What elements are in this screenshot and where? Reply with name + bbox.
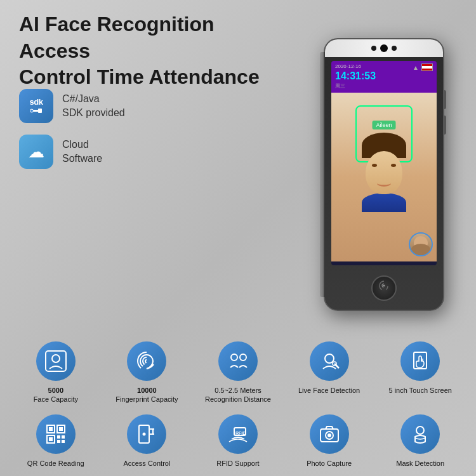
feature-icon-recognition <box>218 341 258 381</box>
feature-qr-code: QR Code Reading <box>13 409 99 468</box>
feature-photo-capture: Photo Capture <box>286 409 373 468</box>
feature-icon-face-capacity <box>36 341 76 381</box>
fingerprint-capacity-icon <box>135 350 158 373</box>
badges-area: sdk C#/Java SDK provided ☁ Cloud <box>19 89 125 169</box>
page-title: AI Face Recognition Access Control Time … <box>19 11 286 91</box>
touch-screen-icon <box>409 350 432 373</box>
mask-detection-icon <box>409 423 432 446</box>
title-line2: Control Time Attendance <box>19 65 260 88</box>
screen-weekday: 周三 <box>335 83 433 89</box>
feature-icon-camera <box>310 414 349 454</box>
wall-mount <box>320 52 325 297</box>
feature-icon-live-face <box>310 341 349 381</box>
svg-rect-20 <box>57 435 60 439</box>
cloud-icon: ☁ <box>19 135 53 169</box>
feature-icon-mask <box>400 414 440 454</box>
feature-live-face: Live Face Detection <box>286 336 373 404</box>
flag-icon <box>421 63 433 71</box>
device-top-bar <box>325 39 443 57</box>
sdk-badge-text: C#/Java SDK provided <box>62 92 125 121</box>
title-area: AI Face Recognition Access Control Time … <box>19 11 286 91</box>
access-control-icon <box>135 423 158 446</box>
person-name: Aileen <box>372 121 395 129</box>
device-body: 2020-12-16 14:31:53 周三 ▲ Aileen <box>324 38 444 311</box>
svg-point-28 <box>143 432 146 435</box>
face-oval <box>366 151 402 194</box>
feature-icon-touch <box>400 341 440 381</box>
body-graphic <box>362 193 406 212</box>
side-button-1 <box>443 90 446 109</box>
screen-face-area: Aileen <box>331 93 437 261</box>
svg-rect-23 <box>62 440 65 443</box>
feature-label-rfid: RFID Support <box>216 459 259 468</box>
title-line1: AI Face Recognition Access <box>19 13 215 62</box>
svg-rect-19 <box>49 437 53 441</box>
camera-dot-right <box>392 46 397 51</box>
feature-icon-qr <box>36 414 76 454</box>
fingerprint-svg-icon <box>376 281 392 296</box>
feature-label-mask: Mask Detection <box>396 459 444 468</box>
cloud-badge-text: Cloud Software <box>62 138 102 166</box>
eye-left <box>372 164 377 167</box>
feature-label-fingerprint: 10000Fingerprint Capacity <box>116 386 178 404</box>
svg-rect-15 <box>49 427 53 431</box>
face-graphic <box>355 142 413 212</box>
svg-point-5 <box>52 355 60 362</box>
mouth <box>377 180 391 187</box>
side-button-2 <box>443 116 446 135</box>
feature-label-access: Access Control <box>123 459 170 468</box>
cloud-subtitle: Software <box>62 152 102 166</box>
device-screen: 2020-12-16 14:31:53 周三 ▲ Aileen <box>331 61 437 265</box>
eye-right <box>391 164 396 167</box>
face-capacity-icon <box>44 350 67 373</box>
cloud-title: Cloud <box>62 138 102 152</box>
wrench-icon <box>29 107 43 116</box>
svg-rect-1 <box>38 109 42 113</box>
camera-dot-left <box>371 46 376 51</box>
feature-label-recognition: 0.5~2.5 MetersRecognition Distance <box>205 386 271 404</box>
feature-label-touch: 5 inch Touch Screen <box>388 386 451 395</box>
rfid-icon: RFID <box>227 423 249 446</box>
fingerprint-button[interactable] <box>371 275 397 301</box>
feature-fingerprint-capacity: 10000Fingerprint Capacity <box>104 336 190 404</box>
feature-label-live-face: Live Face Detection <box>298 386 360 395</box>
wifi-icon: ▲ <box>413 63 419 72</box>
sdk-badge: sdk C#/Java SDK provided <box>19 89 125 123</box>
feature-access-control: Access Control <box>104 409 190 468</box>
feature-label-qr: QR Code Reading <box>27 459 84 468</box>
mini-face-thumbnail <box>409 232 433 256</box>
features-grid: 5000Face Capacity 10000Fingerprint Capac… <box>13 336 463 463</box>
camera-dot-center <box>380 44 388 52</box>
svg-point-3 <box>383 285 385 287</box>
feature-icon-fingerprint <box>127 341 166 381</box>
svg-rect-17 <box>59 427 63 431</box>
qr-code-icon <box>44 423 67 446</box>
sdk-subtitle: SDK provided <box>62 106 125 120</box>
feature-touch-screen: 5 inch Touch Screen <box>377 336 463 404</box>
screen-time-bar: 2020-12-16 14:31:53 周三 ▲ <box>331 61 437 93</box>
svg-point-8 <box>325 354 334 363</box>
svg-point-6 <box>231 354 237 360</box>
svg-rect-11 <box>414 352 426 369</box>
camera-icon <box>318 423 341 446</box>
cloud-shape-icon: ☁ <box>28 142 44 162</box>
svg-rect-21 <box>62 435 65 439</box>
feature-icon-access <box>127 414 166 454</box>
page-content: AI Face Recognition Access Control Time … <box>0 0 476 476</box>
sdk-title: C#/Java <box>62 92 125 106</box>
sdk-icon: sdk <box>19 89 53 123</box>
svg-point-33 <box>327 433 331 437</box>
live-face-detection-icon <box>318 350 341 373</box>
feature-icon-rfid: RFID <box>218 414 258 454</box>
feature-recognition-distance: 0.5~2.5 MetersRecognition Distance <box>195 336 281 404</box>
svg-text:RFID: RFID <box>235 431 246 435</box>
feature-label-camera: Photo Capture <box>307 459 352 468</box>
svg-point-7 <box>240 354 246 360</box>
recognition-distance-icon <box>227 350 249 373</box>
svg-point-34 <box>416 426 424 434</box>
feature-label-face-capacity: 5000Face Capacity <box>34 386 78 404</box>
feature-face-capacity: 5000Face Capacity <box>13 336 99 404</box>
feature-rfid: RFID RFID Support <box>195 409 281 468</box>
svg-rect-22 <box>57 440 60 443</box>
screen-time: 14:31:53 <box>335 70 433 83</box>
